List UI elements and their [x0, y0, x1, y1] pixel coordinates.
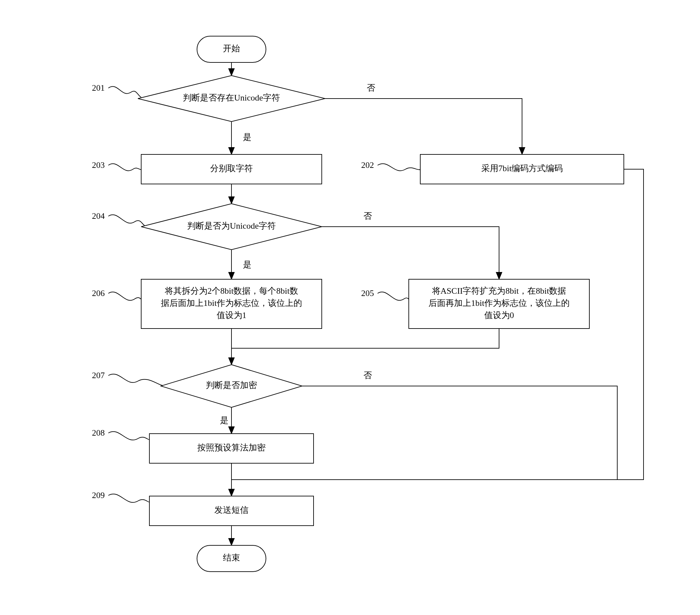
decision-is-unicode-label: 判断是否为Unicode字符 — [187, 221, 276, 231]
step-number-205: 205 — [361, 288, 374, 298]
leader-203 — [108, 164, 141, 171]
step-number-202: 202 — [361, 160, 374, 170]
leader-208 — [108, 432, 149, 440]
edge-d1-no — [325, 99, 522, 155]
p205-line3: 值设为0 — [484, 310, 514, 320]
start-label: 开始 — [223, 44, 240, 53]
leader-206 — [108, 292, 141, 300]
p206-line1: 将其拆分为2个8bit数据，每个8bit数 — [164, 286, 298, 296]
process-encrypt-label: 按照预设算法加密 — [197, 443, 266, 452]
edge-d3-no — [232, 386, 617, 480]
d2-no-label: 否 — [363, 211, 372, 221]
d1-yes-label: 是 — [243, 132, 251, 142]
leader-207 — [108, 374, 163, 385]
edge-d2-no — [322, 227, 499, 279]
step-number-201: 201 — [92, 83, 105, 93]
d3-yes-label: 是 — [220, 416, 228, 425]
p205-line1: 将ASCII字符扩充为8bit，在8bit数据 — [432, 286, 566, 296]
d3-no-label: 否 — [363, 371, 372, 380]
step-number-204: 204 — [92, 211, 105, 221]
flowchart-canvas: 开始 判断是否存在Unicode字符 201 否 是 分别取字符 203 采用7… — [0, 0, 700, 615]
d2-yes-label: 是 — [243, 260, 251, 269]
step-number-208: 208 — [92, 428, 105, 438]
d1-no-label: 否 — [367, 83, 375, 93]
p206-line2: 据后面加上1bit作为标志位，该位上的 — [161, 298, 302, 308]
process-get-chars-label: 分别取字符 — [210, 164, 253, 173]
decision-unicode-exist-label: 判断是否存在Unicode字符 — [183, 93, 280, 102]
edge-202-join — [617, 169, 643, 480]
step-number-206: 206 — [92, 288, 105, 298]
leader-204 — [108, 215, 145, 225]
step-number-209: 209 — [92, 491, 105, 500]
edge-205-join — [232, 329, 499, 348]
p205-line2: 后面再加上1bit作为标志位，该位上的 — [428, 298, 570, 308]
leader-205 — [378, 292, 409, 300]
process-send-sms-label: 发送短信 — [214, 505, 249, 515]
leader-202 — [378, 164, 420, 171]
step-number-203: 203 — [92, 160, 105, 170]
process-7bit-encode-label: 采用7bit编码方式编码 — [481, 164, 563, 173]
leader-201 — [108, 86, 141, 97]
leader-209 — [108, 494, 149, 503]
end-label: 结束 — [223, 553, 240, 563]
decision-encrypt-label: 判断是否加密 — [206, 380, 257, 390]
p206-line3: 值设为1 — [217, 310, 247, 320]
step-number-207: 207 — [92, 371, 105, 380]
